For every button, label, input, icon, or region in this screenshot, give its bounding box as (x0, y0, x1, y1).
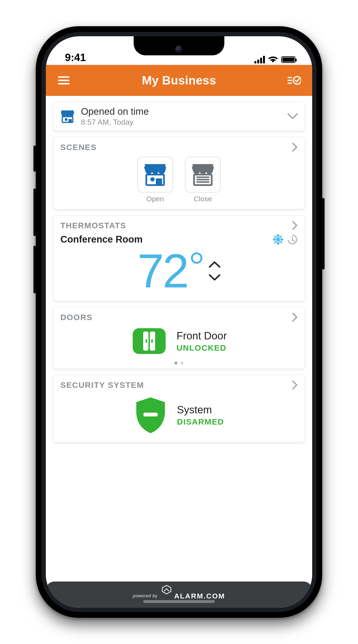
door-name: Front Door (177, 330, 227, 342)
security-state: DISARMED (177, 417, 224, 426)
storefront-open-icon (60, 110, 75, 123)
thermostat-temperature: 72 (138, 247, 202, 295)
thermostats-header: THERMOSTATS (60, 221, 126, 230)
volume-up-button (34, 188, 36, 236)
doors-more-icon[interactable] (292, 312, 298, 322)
svg-rect-4 (69, 119, 72, 122)
home-indicator[interactable] (143, 600, 215, 603)
cellular-icon (254, 56, 265, 64)
security-more-icon[interactable] (292, 380, 298, 390)
svg-rect-1 (61, 110, 74, 112)
thermostat-room: Conference Room (60, 234, 143, 245)
scene-close[interactable]: Close (185, 157, 221, 203)
storefront-closed-icon (190, 163, 216, 186)
battery-icon (281, 56, 295, 63)
content-area[interactable]: Opened on time 8:57 AM, Today SCENES (46, 96, 312, 582)
scenes-card: SCENES (53, 137, 305, 210)
app-header: My Business (46, 65, 312, 96)
footer: powered by ALARM.COM (46, 582, 312, 608)
status-time: 9:41 (65, 52, 86, 64)
power-button (322, 198, 324, 270)
phone-frame: 9:41 My Bu (36, 26, 322, 618)
doors-header: DOORS (60, 313, 93, 322)
volume-down-button (34, 246, 36, 294)
svg-rect-12 (196, 179, 209, 180)
svg-rect-20 (143, 413, 158, 416)
wifi-icon (268, 56, 278, 63)
device-notch (134, 36, 224, 55)
svg-point-3 (65, 118, 68, 121)
security-name: System (177, 404, 224, 416)
svg-rect-13 (196, 181, 209, 183)
degree-icon (191, 252, 202, 264)
thermostats-more-icon[interactable] (292, 221, 298, 230)
footer-powered-by: powered by (133, 594, 158, 598)
svg-rect-8 (156, 178, 162, 185)
footer-brand: ALARM.COM (174, 592, 225, 600)
status-subtitle: 8:57 AM, Today (81, 118, 281, 127)
page-dots[interactable] (53, 362, 305, 369)
menu-icon[interactable] (55, 72, 72, 89)
svg-rect-15 (133, 328, 166, 354)
svg-rect-19 (151, 339, 153, 343)
temperature-down-button[interactable] (209, 274, 220, 281)
svg-point-7 (150, 177, 155, 182)
svg-marker-21 (162, 585, 171, 594)
scenes-more-icon[interactable] (292, 142, 298, 152)
svg-rect-18 (146, 339, 147, 343)
svg-rect-9 (193, 164, 213, 167)
svg-rect-5 (145, 164, 165, 167)
security-header: SECURITY SYSTEM (60, 380, 144, 390)
scene-check-icon[interactable] (286, 72, 303, 89)
shield-disarmed-icon[interactable] (134, 396, 167, 434)
business-status-card[interactable]: Opened on time 8:57 AM, Today (53, 102, 305, 131)
brand-logo-icon (162, 585, 171, 594)
doors-card: DOORS (53, 307, 305, 369)
svg-rect-11 (196, 176, 209, 178)
scene-close-label: Close (194, 195, 212, 203)
door-unlocked-icon[interactable] (131, 327, 167, 356)
door-state: UNLOCKED (177, 343, 227, 352)
security-card: SECURITY SYSTEM (53, 375, 305, 442)
chevron-down-icon[interactable] (287, 113, 298, 120)
status-title: Opened on time (81, 106, 281, 117)
temperature-up-button[interactable] (209, 261, 220, 268)
page-title: My Business (142, 74, 216, 87)
snowflake-icon[interactable] (273, 234, 283, 245)
side-button (34, 146, 36, 172)
scene-open-label: Open (146, 195, 164, 203)
scenes-header: SCENES (60, 143, 97, 152)
scene-open[interactable]: Open (137, 157, 173, 203)
storefront-open-icon (142, 163, 168, 186)
thermostats-card: THERMOSTATS Conference Room (53, 215, 305, 301)
schedule-icon[interactable] (287, 234, 298, 245)
